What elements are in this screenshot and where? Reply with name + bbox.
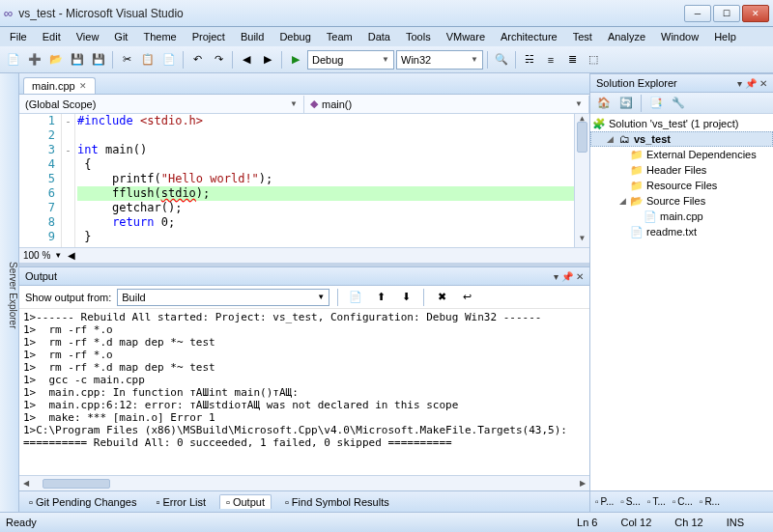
server-explorer-tab[interactable]: Server Explorer — [8, 262, 18, 328]
output-text[interactable]: 1>------ Rebuild All started: Project: v… — [19, 309, 589, 475]
config-dropdown[interactable]: Debug ▼ — [307, 50, 394, 70]
close-button[interactable]: ✕ — [742, 5, 769, 22]
project-node[interactable]: ◢ 🗂 vs_test — [590, 131, 773, 147]
menu-vmware[interactable]: VMware — [441, 29, 491, 44]
redo-icon[interactable]: ↷ — [209, 50, 228, 70]
menu-help[interactable]: Help — [708, 29, 742, 44]
menu-edit[interactable]: Edit — [37, 29, 67, 44]
save-icon[interactable]: 💾 — [68, 50, 87, 70]
output-clear-icon[interactable]: ✖ — [432, 288, 451, 307]
minimize-button[interactable]: ─ — [684, 5, 711, 22]
bottom-tab-output[interactable]: ▫Output — [219, 494, 272, 509]
close-panel-icon[interactable]: ✕ — [759, 78, 767, 89]
solution-label: Solution 'vs_test' (1 project) — [609, 118, 738, 129]
toolbar-btn[interactable]: ☵ — [520, 50, 539, 70]
output-hscrollbar[interactable]: ◀ ▶ — [19, 475, 589, 490]
menu-git[interactable]: Git — [108, 29, 133, 44]
scroll-thumb[interactable] — [577, 122, 587, 153]
menu-analyze[interactable]: Analyze — [602, 29, 651, 44]
tab-icon: ▫ — [620, 496, 624, 507]
se-properties-icon[interactable]: 🔧 — [669, 94, 688, 113]
menu-data[interactable]: Data — [362, 29, 396, 44]
window-position-icon[interactable]: ▾ — [737, 78, 742, 89]
chevron-down-icon[interactable]: ▼ — [54, 251, 62, 260]
output-wordwrap-icon[interactable]: ↩ — [457, 288, 476, 307]
save-all-icon[interactable]: 💾 — [89, 50, 108, 70]
output-titlebar[interactable]: Output ▾ 📌 ✕ — [19, 266, 589, 286]
status-ins: INS — [727, 517, 744, 528]
output-from-dropdown[interactable]: Build ▼ — [117, 289, 329, 306]
solution-explorer-titlebar[interactable]: Solution Explorer ▾ 📌 ✕ — [590, 73, 773, 93]
menu-tools[interactable]: Tools — [400, 29, 437, 44]
document-tab-main-cpp[interactable]: main.cpp ✕ — [23, 77, 96, 94]
right-tab[interactable]: ▫S... — [617, 495, 644, 508]
folder-node[interactable]: 📁Header Files — [590, 162, 773, 178]
scroll-right-icon[interactable]: ▶ — [576, 479, 589, 488]
toolbar-btn[interactable]: ≣ — [562, 50, 582, 70]
nav-back-icon[interactable]: ◀ — [237, 50, 256, 70]
add-item-icon[interactable]: ➕ — [25, 50, 44, 70]
close-panel-icon[interactable]: ✕ — [576, 271, 584, 282]
menu-build[interactable]: Build — [235, 29, 270, 44]
scope-dropdown[interactable]: (Global Scope) ▼ — [19, 96, 304, 113]
undo-icon[interactable]: ↶ — [187, 50, 207, 70]
output-next-icon[interactable]: ⬇ — [396, 288, 415, 307]
menu-window[interactable]: Window — [655, 29, 704, 44]
folder-node-source[interactable]: ◢ 📂 Source Files — [590, 193, 773, 209]
hscroll-left-icon[interactable]: ◀ — [68, 250, 75, 261]
collapse-icon[interactable]: ◢ — [605, 134, 615, 144]
scroll-thumb[interactable] — [43, 479, 110, 489]
paste-icon[interactable]: 📄 — [159, 50, 179, 70]
menu-theme[interactable]: Theme — [137, 29, 182, 44]
right-tab[interactable]: ▫C... — [670, 495, 696, 508]
menu-file[interactable]: File — [4, 29, 33, 44]
output-find-msg-icon[interactable]: 📄 — [346, 288, 365, 307]
scroll-down-icon[interactable]: ▼ — [575, 234, 589, 247]
chevron-down-icon: ▼ — [382, 55, 389, 64]
menu-test[interactable]: Test — [567, 29, 598, 44]
right-tab[interactable]: ▫R... — [697, 495, 723, 508]
se-showall-icon[interactable]: 📑 — [646, 94, 666, 113]
scroll-left-icon[interactable]: ◀ — [19, 479, 33, 488]
output-prev-icon[interactable]: ⬆ — [371, 288, 390, 307]
bottom-tab-error-list[interactable]: ▫Error List — [150, 495, 212, 509]
start-debug-icon[interactable]: ▶ — [286, 50, 305, 70]
copy-icon[interactable]: 📋 — [138, 50, 157, 70]
file-node-main-cpp[interactable]: 📄 main.cpp — [590, 209, 773, 224]
bottom-tab-git-pending-changes[interactable]: ▫Git Pending Changes — [23, 495, 142, 509]
toolbar-btn[interactable]: ≡ — [541, 50, 560, 70]
open-file-icon[interactable]: 📂 — [46, 50, 66, 70]
pin-icon[interactable]: 📌 — [561, 271, 573, 282]
cut-icon[interactable]: ✂ — [117, 50, 136, 70]
right-tab[interactable]: ▫P... — [592, 495, 616, 508]
file-node-readme[interactable]: 📄 readme.txt — [590, 224, 773, 239]
menu-project[interactable]: Project — [186, 29, 231, 44]
collapse-icon[interactable]: ◢ — [617, 196, 627, 206]
solution-tree[interactable]: 🧩 Solution 'vs_test' (1 project) ◢ 🗂 vs_… — [590, 114, 773, 490]
se-home-icon[interactable]: 🏠 — [594, 94, 614, 113]
menu-team[interactable]: Team — [321, 29, 358, 44]
window-title: vs_test - Microsoft Visual Studio — [18, 7, 684, 20]
code-editor[interactable]: 123456789 -- #include <stdio.h>int main(… — [19, 114, 589, 247]
platform-dropdown[interactable]: Win32 ▼ — [396, 50, 483, 70]
editor-vscrollbar[interactable]: ▲ ▼ — [574, 114, 589, 247]
zoom-level[interactable]: 100 % — [23, 250, 50, 261]
menu-architecture[interactable]: Architecture — [495, 29, 563, 44]
member-dropdown[interactable]: ◆ main() ▼ — [304, 96, 589, 113]
toolbar-btn[interactable]: ⬚ — [584, 50, 603, 70]
folder-node[interactable]: 📁Resource Files — [590, 178, 773, 193]
nav-fwd-icon[interactable]: ▶ — [258, 50, 277, 70]
pin-icon[interactable]: 📌 — [745, 78, 757, 89]
close-tab-icon[interactable]: ✕ — [79, 81, 87, 91]
maximize-button[interactable]: ☐ — [713, 5, 740, 22]
se-refresh-icon[interactable]: 🔄 — [616, 94, 636, 113]
bottom-tab-find-symbol-results[interactable]: ▫Find Symbol Results — [279, 495, 395, 509]
window-position-icon[interactable]: ▾ — [554, 271, 558, 282]
folder-node[interactable]: 📁External Dependencies — [590, 147, 773, 162]
right-tab[interactable]: ▫T... — [644, 495, 669, 508]
solution-node[interactable]: 🧩 Solution 'vs_test' (1 project) — [590, 116, 773, 131]
menu-debug[interactable]: Debug — [273, 29, 316, 44]
new-project-icon[interactable]: 📄 — [4, 50, 23, 70]
find-icon[interactable]: 🔍 — [492, 50, 511, 70]
menu-view[interactable]: View — [71, 29, 105, 44]
